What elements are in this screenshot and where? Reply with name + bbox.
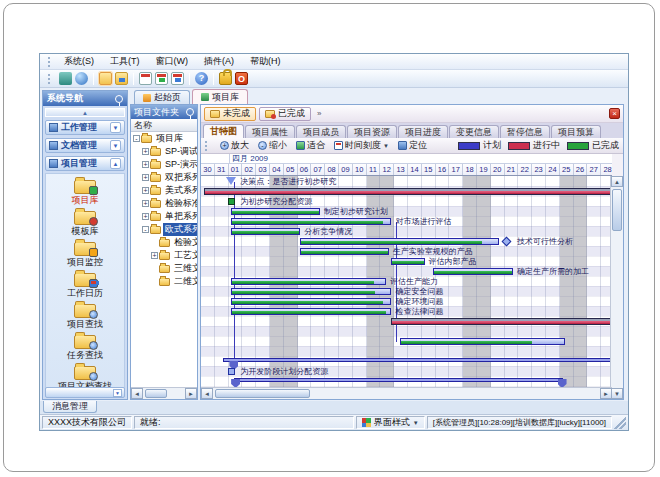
- exit-icon[interactable]: [235, 72, 248, 85]
- tree-row[interactable]: -项目库: [131, 132, 197, 145]
- day-header-cell[interactable]: 03: [256, 164, 270, 176]
- day-header-cell[interactable]: 05: [284, 164, 298, 176]
- sidebar-collapsed-panel[interactable]: ▼: [45, 387, 125, 398]
- day-header-cell[interactable]: 19: [477, 164, 491, 176]
- chevron-icon[interactable]: ▼: [110, 140, 121, 151]
- day-header-cell[interactable]: 23: [532, 164, 546, 176]
- task-bar[interactable]: [231, 288, 391, 295]
- decision-milestone-icon[interactable]: [226, 177, 236, 185]
- scroll-right-icon[interactable]: ►: [185, 388, 197, 399]
- task-bar[interactable]: [300, 238, 499, 245]
- sidebar-accordion-0[interactable]: 工作管理▼: [45, 120, 125, 135]
- expand-icon[interactable]: +: [142, 161, 149, 168]
- tree-row[interactable]: +单把系列: [131, 210, 197, 223]
- calendar-blue-icon[interactable]: [171, 72, 184, 85]
- day-header-cell[interactable]: 13: [394, 164, 408, 176]
- completed-milestone-icon[interactable]: [228, 198, 235, 205]
- sidebar-item-项目监控[interactable]: 项目监控: [46, 238, 124, 267]
- task-bar[interactable]: [433, 268, 513, 275]
- day-header-cell[interactable]: 12: [380, 164, 394, 176]
- expand-icon[interactable]: +: [142, 213, 149, 220]
- lock-icon[interactable]: [219, 72, 232, 85]
- menu-item[interactable]: 窗口(W): [148, 54, 197, 69]
- filter-button-已完成[interactable]: 已完成: [259, 107, 311, 121]
- day-header-cell[interactable]: 17: [449, 164, 463, 176]
- tree-column-header[interactable]: 名称: [131, 119, 197, 132]
- expand-icon[interactable]: +: [142, 174, 149, 181]
- tree-row[interactable]: +SP-调试机系: [131, 145, 197, 158]
- gantt-tab-变更信息[interactable]: 变更信息: [449, 125, 499, 138]
- day-header-cell[interactable]: 21: [505, 164, 519, 176]
- day-header-cell[interactable]: 06: [298, 164, 312, 176]
- task-bar[interactable]: [231, 298, 391, 305]
- tree-row[interactable]: +美式系列: [131, 184, 197, 197]
- gantt-tab-项目属性[interactable]: 项目属性: [245, 125, 295, 138]
- scroll-left-icon[interactable]: ◄: [131, 388, 143, 399]
- expand-icon[interactable]: +: [151, 252, 158, 259]
- task-bar[interactable]: [391, 258, 424, 265]
- day-header-cell[interactable]: 31: [215, 164, 229, 176]
- sidebar-accordion-1[interactable]: 文档管理▼: [45, 138, 125, 153]
- task-bar[interactable]: [231, 278, 386, 285]
- gantt-tab-项目资源[interactable]: 项目资源: [347, 125, 397, 138]
- sidebar-accordion-2[interactable]: 项目管理▲: [45, 156, 125, 171]
- day-header-cell[interactable]: 09: [339, 164, 353, 176]
- collapse-icon[interactable]: -: [142, 226, 149, 233]
- gantt-chart[interactable]: 决策点：是否进行初步研究为初步研究分配资源制定初步研究计划对市场进行评估分析竞争…: [201, 176, 612, 389]
- tree-row[interactable]: 二维文件: [131, 275, 197, 288]
- 放大-button[interactable]: +放大: [218, 138, 251, 153]
- summary-bar-active[interactable]: [204, 188, 612, 195]
- 时间刻度-button[interactable]: 时间刻度▼: [332, 138, 391, 153]
- day-header-cell[interactable]: 11: [367, 164, 381, 176]
- pin-icon[interactable]: [186, 108, 194, 116]
- summary-bar-active[interactable]: [391, 318, 612, 325]
- gantt-tab-项目成员[interactable]: 项目成员: [296, 125, 346, 138]
- gantt-tab-项目进度[interactable]: 项目进度: [398, 125, 448, 138]
- doc-tab-起始页[interactable]: 起始页: [134, 90, 190, 104]
- day-header-cell[interactable]: 26: [574, 164, 588, 176]
- day-header-cell[interactable]: 04: [270, 164, 284, 176]
- scroll-right-icon[interactable]: ►: [600, 388, 612, 399]
- gantt-hscrollbar[interactable]: ◄ ►: [201, 387, 612, 399]
- ui-style-button[interactable]: 界面样式 ▼: [356, 416, 425, 429]
- task-bar[interactable]: [231, 208, 319, 215]
- day-header-cell[interactable]: 24: [546, 164, 560, 176]
- day-header-cell[interactable]: 27: [587, 164, 601, 176]
- tree-hscrollbar[interactable]: ◄ ►: [131, 387, 197, 399]
- sidebar-collapse-button[interactable]: ▲: [45, 108, 125, 117]
- help-icon[interactable]: [195, 72, 208, 85]
- scroll-left-icon[interactable]: ◄: [201, 388, 213, 399]
- 适合-button[interactable]: 适合: [294, 138, 327, 153]
- doc-tab-项目库[interactable]: 项目库: [192, 89, 248, 104]
- menu-item[interactable]: 工具(T): [102, 54, 148, 69]
- 定位-button[interactable]: 定位: [396, 138, 429, 153]
- sidebar-item-项目查找[interactable]: 项目查找: [46, 300, 124, 329]
- expand-icon[interactable]: +: [142, 148, 149, 155]
- scroll-down-icon[interactable]: ▼: [611, 388, 623, 399]
- day-header-cell[interactable]: 16: [436, 164, 450, 176]
- 缩小-button[interactable]: -缩小: [256, 138, 289, 153]
- day-header-cell[interactable]: 18: [463, 164, 477, 176]
- expand-icon[interactable]: +: [142, 200, 149, 207]
- chevron-icon[interactable]: ▲: [110, 158, 121, 169]
- gantt-tab-暂停信息[interactable]: 暂停信息: [500, 125, 550, 138]
- scroll-thumb[interactable]: [215, 389, 310, 398]
- menu-item[interactable]: 系统(S): [56, 54, 102, 69]
- overflow-chevron-icon[interactable]: »: [314, 109, 324, 118]
- pin-icon[interactable]: [115, 95, 123, 103]
- tree-row[interactable]: +SP-演示机系: [131, 158, 197, 171]
- sidebar-item-项目库[interactable]: 项目库: [46, 176, 124, 205]
- day-header-cell[interactable]: 28: [601, 164, 612, 176]
- day-header-cell[interactable]: 14: [408, 164, 422, 176]
- day-header-cell[interactable]: 07: [311, 164, 325, 176]
- gantt-vscrollbar[interactable]: ▲ ▼: [610, 176, 623, 399]
- tree-row[interactable]: -欧式系列: [131, 223, 197, 236]
- task-bar[interactable]: [400, 338, 566, 345]
- tree-row[interactable]: +工艺文件: [131, 249, 197, 262]
- task-bar[interactable]: [300, 248, 388, 255]
- filter-button-未完成[interactable]: 未完成: [204, 107, 256, 121]
- day-header-cell[interactable]: 01: [229, 164, 243, 176]
- day-header-cell[interactable]: 10: [353, 164, 367, 176]
- tree-row[interactable]: 检验文件: [131, 236, 197, 249]
- gantt-tab-项目预算[interactable]: 项目预算: [551, 125, 601, 138]
